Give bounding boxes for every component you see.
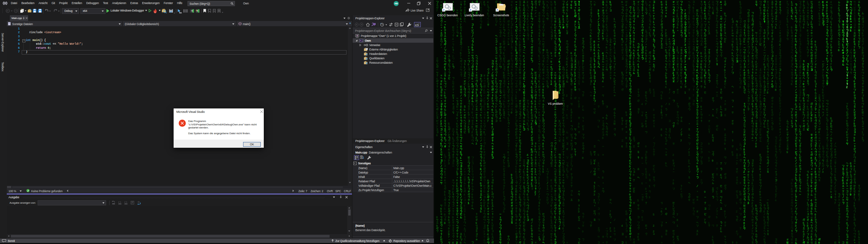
svg-text:?: ? <box>196 9 197 12</box>
